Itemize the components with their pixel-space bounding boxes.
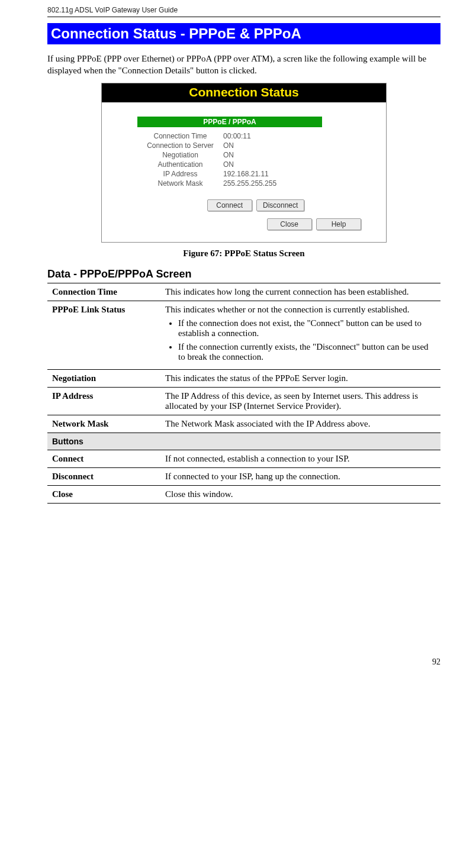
section-header-label: Buttons: [47, 433, 440, 450]
kv-val: 00:00:11: [223, 132, 251, 140]
help-button[interactable]: Help: [316, 218, 361, 230]
kv-key: Authentication: [137, 160, 223, 169]
page-number: 92: [47, 657, 440, 667]
row-desc: The Network Mask associated with the IP …: [160, 415, 440, 433]
row-label: Disconnect: [47, 467, 160, 485]
table-row: Negotiation This indicates the status of…: [47, 369, 440, 387]
row-desc: This indicates whether or not the connec…: [160, 301, 440, 369]
kv-val: ON: [223, 151, 234, 159]
row-desc: If not connected, establish a connection…: [160, 450, 440, 467]
row-label: IP Address: [47, 387, 160, 415]
row-label: Network Mask: [47, 415, 160, 433]
row-desc: This indicates the status of the PPPoE S…: [160, 369, 440, 387]
connect-button[interactable]: Connect: [207, 199, 252, 211]
row-label: Connection Time: [47, 283, 160, 301]
kv-key: Negotiation: [137, 151, 223, 159]
primary-button-row: Connect Disconnect: [137, 199, 374, 211]
row-label: Close: [47, 485, 160, 503]
list-item: If the connection does not exist, the "C…: [178, 318, 436, 338]
status-window-title: Connection Status: [102, 83, 386, 102]
kv-row: Authentication ON: [137, 160, 374, 169]
table-row: Disconnect If connected to your ISP, han…: [47, 467, 440, 485]
figure-container: Connection Status PPPoE / PPPoA Connecti…: [47, 83, 440, 243]
kv-key: Connection to Server: [137, 141, 223, 150]
kv-val: 255.255.255.255: [223, 179, 276, 188]
secondary-button-row: Close Help: [137, 218, 374, 230]
intro-paragraph: If using PPPoE (PPP over Ethernet) or PP…: [47, 53, 440, 77]
table-row: Connect If not connected, establish a co…: [47, 450, 440, 467]
table-row: Connection Time This indicates how long …: [47, 283, 440, 301]
table-row: Close Close this window.: [47, 485, 440, 503]
kv-row: IP Address 192.168.21.11: [137, 170, 374, 178]
section-banner: Connection Status - PPPoE & PPPoA: [47, 23, 440, 44]
doc-header: 802.11g ADSL VoIP Gateway User Guide: [47, 6, 440, 14]
header-rule: [47, 17, 440, 17]
kv-key: Network Mask: [137, 179, 223, 188]
status-window: Connection Status PPPoE / PPPoA Connecti…: [101, 83, 387, 243]
kv-row: Network Mask 255.255.255.255: [137, 179, 374, 188]
row-desc: The IP Address of this device, as seen b…: [160, 387, 440, 415]
list-item: If the connection currently exists, the …: [178, 342, 436, 362]
kv-key: IP Address: [137, 170, 223, 178]
data-subheading: Data - PPPoE/PPPoA Screen: [47, 268, 440, 280]
figure-caption: Figure 67: PPPoE Status Screen: [47, 249, 440, 259]
table-row: Network Mask The Network Mask associated…: [47, 415, 440, 433]
data-table: Connection Time This indicates how long …: [47, 283, 440, 504]
kv-key: Connection Time: [137, 132, 223, 140]
kv-val: ON: [223, 141, 234, 150]
row-label: PPPoE Link Status: [47, 301, 160, 369]
row-label: Negotiation: [47, 369, 160, 387]
row-desc: Close this window.: [160, 485, 440, 503]
kv-row: Negotiation ON: [137, 151, 374, 159]
row-label: Connect: [47, 450, 160, 467]
row-desc: If connected to your ISP, hang up the co…: [160, 467, 440, 485]
table-row: IP Address The IP Address of this device…: [47, 387, 440, 415]
kv-row: Connection to Server ON: [137, 141, 374, 150]
section-header-row: Buttons: [47, 433, 440, 450]
close-button[interactable]: Close: [267, 218, 312, 230]
status-window-body: PPPoE / PPPoA Connection Time 00:00:11 C…: [102, 102, 386, 242]
disconnect-button[interactable]: Disconnect: [256, 199, 304, 211]
row-desc-text: This indicates whether or not the connec…: [165, 305, 409, 314]
table-row: PPPoE Link Status This indicates whether…: [47, 301, 440, 369]
kv-val: ON: [223, 160, 234, 169]
kv-row: Connection Time 00:00:11: [137, 132, 374, 140]
row-desc: This indicates how long the current conn…: [160, 283, 440, 301]
protocol-badge: PPPoE / PPPoA: [137, 117, 322, 127]
bullet-list: If the connection does not exist, the "C…: [165, 318, 436, 362]
kv-val: 192.168.21.11: [223, 170, 269, 178]
